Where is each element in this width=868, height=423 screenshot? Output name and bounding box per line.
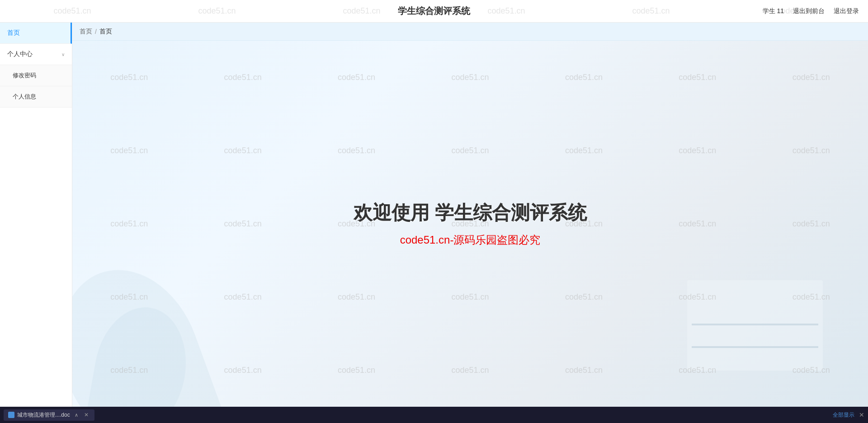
app-title: 学生综合测评系统	[398, 5, 470, 17]
sidebar-item-personal-center[interactable]: 个人中心 ∨	[0, 44, 72, 65]
taskbar: 城市物流港管理....doc ∧ ✕ 全部显示 ✕	[0, 407, 868, 423]
user-label: 学生 11	[763, 7, 784, 15]
hero-subtitle: code51.cn-源码乐园盗图必究	[400, 233, 541, 247]
main-area: 首页 / 首页 欢迎使用 学生综合测评系统 code51.cn-源码乐园盗图必究…	[72, 23, 868, 407]
taskbar-doc-item[interactable]: 城市物流港管理....doc ∧ ✕	[4, 409, 94, 421]
sidebar-item-home-label: 首页	[7, 29, 20, 37]
back-to-front-button[interactable]: 退出到前台	[793, 7, 825, 15]
breadcrumb-current: 首页	[99, 28, 112, 36]
chevron-down-icon: ∨	[61, 52, 65, 57]
hero-decoration-shelf	[687, 280, 823, 371]
taskbar-chevron-icon: ∧	[75, 412, 78, 418]
sidebar-item-home[interactable]: 首页	[0, 23, 72, 44]
taskbar-close-all-button[interactable]: ✕	[859, 411, 864, 418]
hero-title: 欢迎使用 学生综合测评系统	[354, 200, 587, 226]
sidebar-submenu-personal: 修改密码 个人信息	[0, 65, 72, 108]
sidebar-item-change-password[interactable]: 修改密码	[0, 65, 72, 86]
breadcrumb-separator: /	[95, 28, 97, 35]
sidebar: 首页 个人中心 ∨ 修改密码 个人信息	[0, 23, 72, 407]
taskbar-item-close-button[interactable]: ✕	[83, 411, 90, 418]
header: code51.cn code51.cn code51.cn code51.cn …	[0, 0, 868, 23]
sidebar-item-change-password-label: 修改密码	[13, 71, 36, 80]
breadcrumb: 首页 / 首页	[72, 23, 868, 41]
hero-banner: 欢迎使用 学生综合测评系统 code51.cn-源码乐园盗图必究	[72, 41, 868, 407]
taskbar-expand-label[interactable]: 全部显示	[833, 411, 854, 419]
breadcrumb-home[interactable]: 首页	[80, 28, 92, 36]
content-area: 欢迎使用 学生综合测评系统 code51.cn-源码乐园盗图必究 code51.…	[72, 41, 868, 407]
taskbar-item-label: 城市物流港管理....doc	[17, 411, 70, 419]
sidebar-item-personal-info[interactable]: 个人信息	[0, 86, 72, 108]
sidebar-item-personal-center-label: 个人中心	[7, 50, 33, 58]
logout-button[interactable]: 退出登录	[834, 7, 859, 15]
taskbar-right-actions: 全部显示 ✕	[833, 411, 864, 419]
main-layout: 首页 个人中心 ∨ 修改密码 个人信息 首页 / 首页	[0, 23, 868, 407]
sidebar-item-personal-info-label: 个人信息	[13, 93, 36, 101]
taskbar-item-icon	[8, 412, 14, 418]
header-actions: 学生 11 退出到前台 退出登录	[763, 7, 859, 15]
